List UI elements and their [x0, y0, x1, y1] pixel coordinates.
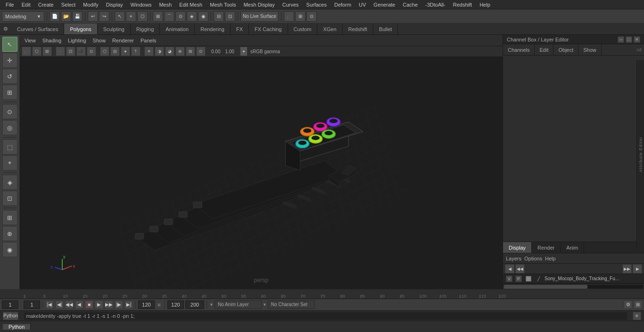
menu-edit[interactable]: Edit	[18, 1, 34, 8]
end-frame-input[interactable]	[138, 300, 155, 309]
pivot-btn[interactable]: ⊙	[196, 47, 206, 56]
paint-tool-btn[interactable]: ⬡	[137, 11, 148, 22]
layer-next-key-btn[interactable]: ▶▶	[622, 264, 632, 274]
menu-cache[interactable]: Cache	[399, 1, 421, 8]
mode-selector[interactable]: Modeling ▼	[2, 11, 44, 22]
color-space-indicator[interactable]: ●	[240, 47, 248, 56]
viewport-menu-shading[interactable]: Shading	[41, 37, 63, 44]
anim-layer-dropdown-arrow[interactable]: ▼	[209, 302, 214, 307]
paint-attr-tool[interactable]: ⊕	[2, 226, 17, 241]
cam-frame-btn[interactable]: 🎥	[284, 11, 294, 22]
range-start-input[interactable]	[167, 300, 184, 309]
channel-box-tab-object[interactable]: Object	[553, 44, 578, 55]
layer-tab-anim[interactable]: Anim	[561, 242, 584, 253]
char-set-selector[interactable]: No Character Set	[268, 300, 315, 309]
select-tool[interactable]: ↖	[2, 37, 17, 52]
channel-box-tab-show[interactable]: Show	[578, 44, 602, 55]
vertex-mode-btn[interactable]: ·	[56, 47, 65, 56]
script-editor-btn[interactable]: ≡	[633, 312, 641, 320]
save-file-btn[interactable]: 💾	[72, 11, 83, 22]
wireframe-btn[interactable]: ⊟	[110, 47, 120, 56]
snap-curve-btn[interactable]: ⌒	[164, 11, 174, 22]
soft-mod-tool[interactable]: ⊙	[2, 104, 17, 119]
move-tool[interactable]: ✛	[2, 53, 17, 68]
layer-tab-display[interactable]: Display	[503, 242, 532, 253]
anim-layer-selector[interactable]: No Anim Layer	[215, 300, 262, 309]
shadow-btn[interactable]: ◑	[155, 47, 164, 56]
group-tool[interactable]: ⊡	[2, 191, 17, 206]
layer-visibility-btn[interactable]: V	[506, 275, 512, 282]
film-btn[interactable]: ⬡	[32, 47, 41, 56]
face-mode-btn[interactable]: ⬛	[76, 47, 86, 56]
tab-python-script[interactable]: Python	[3, 324, 31, 330]
stop-btn[interactable]: ■	[85, 300, 93, 309]
menu-display[interactable]: Display	[102, 1, 127, 8]
snap-surface-btn[interactable]: ◈	[187, 11, 197, 22]
play-fwd-btn[interactable]: ▶	[95, 300, 103, 309]
normals-btn[interactable]: ⇡	[131, 47, 140, 56]
menu-mesh[interactable]: Mesh	[155, 1, 175, 8]
smooth-btn[interactable]: ●	[121, 47, 130, 56]
select-tool-btn[interactable]: ↖	[115, 11, 125, 22]
panel-maximize-btn[interactable]: □	[626, 36, 632, 43]
show-hide-tool[interactable]: ◈	[2, 175, 17, 190]
open-file-btn[interactable]: 📂	[61, 11, 71, 22]
menu-3dtool[interactable]: -3DtoAll-	[421, 1, 449, 8]
timeline-options-btn[interactable]: ⊞	[634, 300, 642, 309]
menu-mesh-display[interactable]: Mesh Display	[240, 1, 279, 8]
menu-mesh-tools[interactable]: Mesh Tools	[206, 1, 239, 8]
live-surface-btn[interactable]: No Live Surface	[240, 11, 279, 22]
display-type-btn[interactable]: ⬡	[100, 47, 109, 56]
panel-minimize-btn[interactable]: ─	[618, 36, 624, 43]
char-set-dropdown-arrow[interactable]: ▼	[263, 302, 267, 307]
grid-btn[interactable]: ⊞	[186, 47, 195, 56]
layers-menu[interactable]: Layers	[506, 256, 521, 261]
menu-generate[interactable]: Generate	[370, 1, 399, 8]
panel-close-btn[interactable]: ✕	[634, 36, 640, 43]
redo-btn[interactable]: ↪	[99, 11, 109, 22]
tab-fx[interactable]: FX	[231, 24, 249, 34]
aa-btn[interactable]: ⊕	[175, 47, 185, 56]
scale-tool[interactable]: ⊞	[2, 85, 17, 100]
menu-help[interactable]: Help	[476, 1, 494, 8]
viewport-menu-renderer[interactable]: Renderer	[110, 37, 136, 44]
layer-playback-btn[interactable]: P	[515, 275, 522, 282]
lasso-tool-btn[interactable]: ⌖	[126, 11, 136, 22]
tab-animation[interactable]: Animation	[160, 24, 195, 34]
layer-next-btn[interactable]: ▶	[633, 264, 642, 274]
start-frame-input[interactable]	[24, 300, 40, 309]
timeline-settings-btn[interactable]: ⚙	[624, 300, 632, 309]
menu-uv[interactable]: UV	[355, 1, 370, 8]
lasso-select-tool[interactable]: ⌖	[2, 155, 17, 170]
undo-btn[interactable]: ↩	[88, 11, 98, 22]
python-mode-btn[interactable]: Python	[3, 312, 18, 320]
menu-curves[interactable]: Curves	[279, 1, 303, 8]
camera-btn[interactable]: 🎥	[22, 47, 31, 56]
edge-mode-btn[interactable]: ⊡	[66, 47, 75, 56]
go-to-end-btn[interactable]: ▶|	[124, 300, 133, 309]
help-menu[interactable]: Help	[545, 256, 556, 261]
menu-windows[interactable]: Windows	[127, 1, 156, 8]
layer-prev-key-btn[interactable]: ◀◀	[515, 264, 525, 274]
render-btn[interactable]: ⊙	[306, 11, 317, 22]
snap-to-grid-tool[interactable]: ⊞	[2, 210, 17, 225]
viewport-menu-lighting[interactable]: Lighting	[66, 37, 88, 44]
rotate-tool[interactable]: ↺	[2, 69, 17, 84]
layer-color-swatch[interactable]	[526, 276, 531, 282]
soft-select-btn[interactable]: ⊡	[225, 11, 235, 22]
tab-sculpting[interactable]: Sculpting	[98, 24, 131, 34]
tab-settings-btn[interactable]: ⚙	[0, 24, 11, 34]
timeline-ruler[interactable]: 1 5 10 15 20 25 30 35 40 45 50 55 60 65 …	[0, 290, 644, 299]
channel-box-tab-edit[interactable]: Edit	[535, 44, 553, 55]
marquee-select-tool[interactable]: ⬚	[2, 139, 17, 154]
uvs-btn[interactable]: ⊙	[87, 47, 96, 56]
prev-key-btn[interactable]: ◀◀	[65, 300, 74, 309]
menu-file[interactable]: File	[2, 1, 18, 8]
color-space-dropdown[interactable]: sRGB gamma	[248, 49, 282, 54]
menu-select[interactable]: Select	[58, 1, 80, 8]
layer-tab-render[interactable]: Render	[532, 242, 561, 253]
new-file-btn[interactable]: 📄	[50, 11, 60, 22]
render-region-tool[interactable]: ◉	[2, 242, 17, 257]
camera-frame-btn[interactable]: ⊞	[42, 47, 52, 56]
layer-row-0[interactable]: V P ╱ Sony_Mocopi_Body_Tracking_Full_Kit	[503, 274, 644, 283]
